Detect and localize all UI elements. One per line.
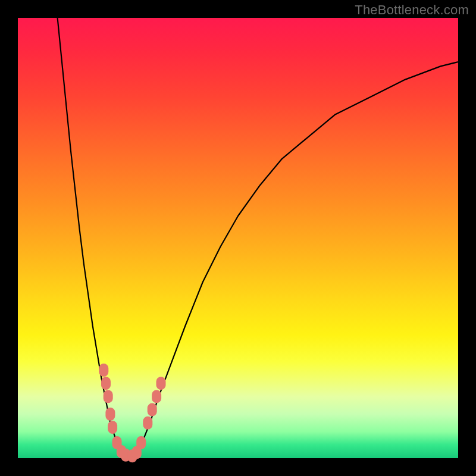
data-marker — [108, 421, 117, 434]
data-marker — [104, 390, 113, 403]
data-marker — [101, 377, 111, 390]
plot-area — [18, 18, 458, 458]
chart-svg — [18, 18, 458, 458]
bottleneck-curve — [58, 18, 458, 458]
chart-frame: TheBottleneck.com — [0, 0, 476, 476]
data-marker — [136, 436, 146, 449]
watermark-text: TheBottleneck.com — [355, 2, 469, 18]
data-marker — [99, 364, 108, 377]
data-marker — [152, 390, 161, 403]
data-marker — [105, 408, 115, 421]
data-marker — [156, 377, 166, 390]
marker-group — [99, 364, 165, 462]
data-marker — [148, 403, 157, 416]
data-marker — [143, 416, 152, 430]
